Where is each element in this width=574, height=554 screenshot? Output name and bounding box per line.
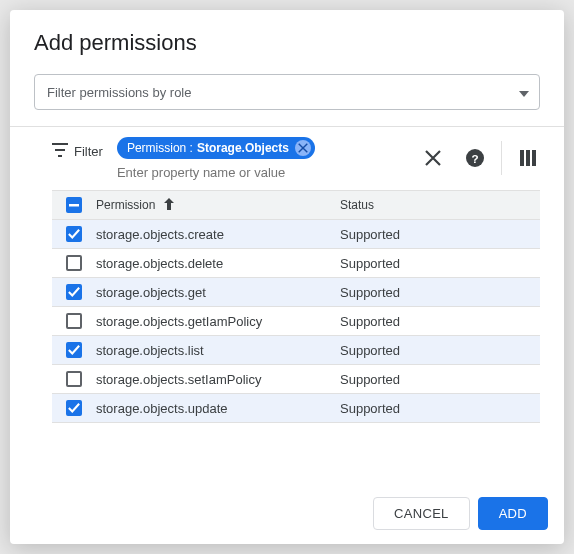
status-cell: Supported (340, 372, 400, 387)
clear-filter-button[interactable] (421, 146, 445, 170)
row-checkbox[interactable] (66, 226, 82, 242)
permission-cell: storage.objects.create (96, 227, 224, 242)
permission-cell: storage.objects.get (96, 285, 206, 300)
table-row: storage.objects.update Supported (52, 394, 540, 423)
table-row: storage.objects.get Supported (52, 278, 540, 307)
chip-remove-icon[interactable] (295, 140, 311, 156)
cancel-button[interactable]: Cancel (373, 497, 470, 530)
row-checkbox[interactable] (66, 313, 82, 329)
filter-input[interactable] (117, 163, 409, 182)
filter-button[interactable]: Filter (52, 131, 103, 160)
status-cell: Supported (340, 343, 400, 358)
column-header-status[interactable]: Status (340, 198, 374, 212)
filter-by-role-select[interactable]: Filter permissions by role (34, 74, 540, 110)
chip-value: Storage.Objects (197, 141, 289, 155)
row-checkbox[interactable] (66, 342, 82, 358)
row-checkbox[interactable] (66, 255, 82, 271)
row-checkbox[interactable] (66, 400, 82, 416)
status-cell: Supported (340, 401, 400, 416)
filter-chip[interactable]: Permission : Storage.Objects (117, 137, 315, 159)
filter-toolbar: Filter Permission : Storage.Objects ? (10, 126, 564, 182)
dialog-title: Add permissions (10, 30, 564, 74)
divider (501, 141, 502, 175)
chip-key: Permission : (127, 141, 193, 155)
status-cell: Supported (340, 285, 400, 300)
table-row: storage.objects.list Supported (52, 336, 540, 365)
add-permissions-dialog: Add permissions Filter permissions by ro… (10, 10, 564, 544)
table-row: storage.objects.delete Supported (52, 249, 540, 278)
filter-icon (52, 143, 68, 160)
permission-cell: storage.objects.delete (96, 256, 223, 271)
status-cell: Supported (340, 227, 400, 242)
row-checkbox[interactable] (66, 371, 82, 387)
svg-rect-4 (532, 150, 536, 166)
svg-rect-5 (69, 204, 79, 207)
permission-cell: storage.objects.getIamPolicy (96, 314, 262, 329)
permissions-table: Permission Status storage.objects.create… (52, 190, 540, 423)
sort-asc-icon[interactable] (161, 196, 177, 215)
column-header-permission[interactable]: Permission (96, 198, 155, 212)
select-all-checkbox[interactable] (66, 197, 82, 213)
svg-text:?: ? (471, 152, 478, 165)
dropdown-icon (519, 85, 529, 100)
filter-label: Filter (74, 144, 103, 159)
filter-by-role-placeholder: Filter permissions by role (47, 85, 192, 100)
table-row: storage.objects.setIamPolicy Supported (52, 365, 540, 394)
filter-chip-area: Permission : Storage.Objects (117, 131, 409, 182)
help-button[interactable]: ? (463, 146, 487, 170)
table-row: storage.objects.create Supported (52, 220, 540, 249)
dialog-footer: Cancel Add (10, 483, 564, 544)
svg-rect-2 (520, 150, 524, 166)
table-row: storage.objects.getIamPolicy Supported (52, 307, 540, 336)
permission-cell: storage.objects.update (96, 401, 228, 416)
column-settings-button[interactable] (516, 146, 540, 170)
permission-cell: storage.objects.list (96, 343, 204, 358)
status-cell: Supported (340, 256, 400, 271)
status-cell: Supported (340, 314, 400, 329)
row-checkbox[interactable] (66, 284, 82, 300)
add-button[interactable]: Add (478, 497, 548, 530)
permission-cell: storage.objects.setIamPolicy (96, 372, 261, 387)
svg-rect-3 (526, 150, 530, 166)
table-header-row: Permission Status (52, 191, 540, 220)
